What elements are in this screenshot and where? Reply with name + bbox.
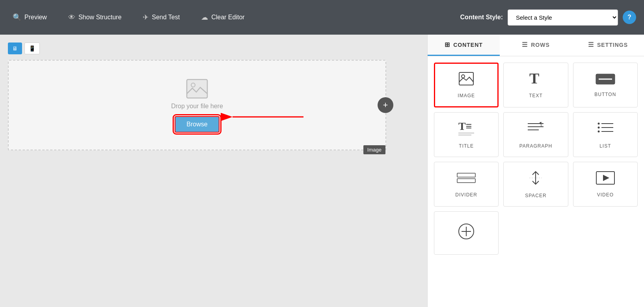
paragraph-icon: ¶ (527, 120, 544, 139)
mobile-view-button[interactable]: 📱 (24, 43, 40, 54)
button-item-label: BUTTON (594, 92, 616, 97)
settings-tab-icon: ☰ (588, 41, 594, 48)
preview-button[interactable]: 🔍 Preview (8, 10, 52, 25)
image-tooltip: Image (363, 145, 385, 154)
drop-text: Drop your file here (171, 103, 223, 110)
image-item-label: IMAGE (458, 93, 475, 98)
svg-rect-0 (187, 80, 207, 98)
desktop-icon: 🖥 (12, 45, 18, 52)
list-item-label: LIST (599, 143, 611, 149)
add-element-button[interactable]: + (378, 97, 393, 113)
editor-area: 🖥 📱 Drop your file here Browse (0, 35, 427, 307)
send-icon: ✈ (143, 13, 149, 22)
help-button[interactable]: ? (623, 11, 636, 24)
divider-item-label: DIVIDER (455, 192, 477, 198)
clear-icon: ☁ (201, 13, 208, 22)
drop-zone-icon (185, 78, 209, 100)
content-item-video[interactable]: VIDEO (573, 162, 638, 207)
settings-tab-label: SETTINGS (597, 42, 628, 48)
svg-point-19 (597, 123, 599, 125)
svg-rect-22 (457, 173, 475, 177)
send-test-button[interactable]: ✈ Send Test (138, 10, 184, 25)
send-test-label: Send Test (152, 14, 180, 21)
content-item-paragraph[interactable]: ¶ PARAGRAPH (503, 112, 568, 157)
rows-tab-icon: ☰ (522, 41, 528, 48)
divider-icon (456, 171, 476, 188)
preview-label: Preview (24, 14, 47, 21)
svg-text:T≡: T≡ (458, 120, 472, 132)
mobile-icon: 📱 (29, 45, 35, 52)
canvas-container: Drop your file here Browse + Image (8, 60, 419, 150)
svg-marker-27 (603, 175, 609, 181)
svg-point-20 (597, 127, 599, 129)
content-item-title[interactable]: T≡ TITLE (434, 112, 499, 157)
svg-text:T: T (529, 72, 539, 86)
title-item-label: TITLE (459, 143, 474, 149)
title-icon: T≡ (458, 120, 475, 139)
help-label: ? (627, 14, 631, 21)
panel-content: IMAGE T TEXT BUTTON (428, 56, 644, 261)
content-style-label: Content Style: (460, 14, 503, 21)
content-item-list[interactable]: LIST (573, 112, 638, 157)
paragraph-item-label: PARAGRAPH (519, 143, 552, 149)
show-structure-label: Show Structure (78, 14, 121, 21)
spacer-icon (527, 170, 544, 189)
main-area: 🖥 📱 Drop your file here Browse (0, 35, 644, 307)
text-item-label: TEXT (529, 93, 543, 98)
spacer-item-label: SPACER (525, 193, 546, 198)
video-item-label: VIDEO (597, 192, 614, 198)
content-tab-label: CONTENT (453, 42, 483, 48)
canvas: Drop your file here Browse + Image (8, 60, 386, 150)
tab-rows[interactable]: ☰ ROWS (500, 35, 572, 56)
text-icon: T (529, 72, 543, 89)
tab-content[interactable]: ⊞ CONTENT (428, 35, 500, 56)
browse-button[interactable]: Browse (175, 116, 219, 133)
image-icon (458, 72, 474, 89)
structure-icon: 👁 (68, 13, 75, 22)
content-item-add[interactable] (434, 211, 499, 255)
svg-text:¶: ¶ (540, 121, 542, 127)
add-content-icon (458, 223, 475, 243)
clear-editor-label: Clear Editor (211, 14, 244, 21)
button-icon (596, 73, 615, 88)
svg-point-21 (597, 131, 599, 133)
list-icon (597, 120, 614, 139)
tab-settings[interactable]: ☰ SETTINGS (572, 35, 644, 56)
content-item-divider[interactable]: DIVIDER (434, 162, 499, 207)
content-item-spacer[interactable]: SPACER (503, 162, 568, 207)
content-item-text[interactable]: T TEXT (503, 63, 568, 107)
toolbar-right: Content Style: Select a Style ? (460, 9, 636, 26)
panel-tabs: ⊞ CONTENT ☰ ROWS ☰ SETTINGS (428, 35, 644, 56)
style-select[interactable]: Select a Style (508, 9, 618, 26)
svg-rect-23 (457, 179, 475, 183)
content-item-button[interactable]: BUTTON (573, 63, 638, 107)
video-icon (596, 171, 615, 188)
clear-editor-button[interactable]: ☁ Clear Editor (196, 10, 249, 25)
content-tab-icon: ⊞ (445, 41, 450, 48)
rows-tab-label: ROWS (531, 42, 550, 48)
content-item-image[interactable]: IMAGE (434, 63, 499, 107)
view-toggle: 🖥 📱 (8, 43, 419, 54)
desktop-view-button[interactable]: 🖥 (8, 43, 22, 54)
search-icon: 🔍 (13, 13, 21, 22)
show-structure-button[interactable]: 👁 Show Structure (63, 10, 126, 25)
right-panel: ⊞ CONTENT ☰ ROWS ☰ SETTINGS (427, 35, 644, 307)
toolbar: 🔍 Preview 👁 Show Structure ✈ Send Test ☁… (0, 0, 644, 35)
